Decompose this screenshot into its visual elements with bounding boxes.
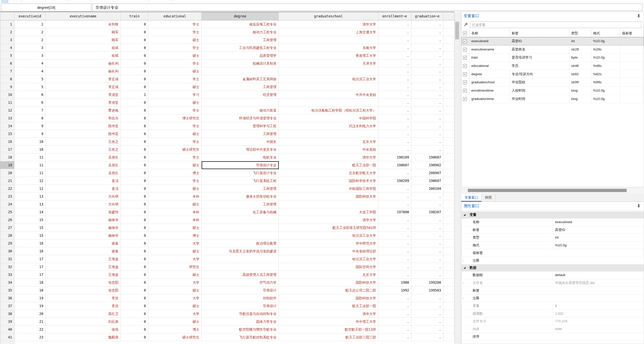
cell[interactable]: 学士 xyxy=(148,28,202,36)
cell[interactable]: 7 xyxy=(14,107,46,114)
cell[interactable]: 王海波 xyxy=(46,255,121,263)
cell[interactable]: . xyxy=(378,232,411,240)
cell[interactable]: . xyxy=(378,240,411,247)
cell[interactable]: . xyxy=(411,138,443,146)
cell[interactable]: 硕士 xyxy=(148,224,202,232)
cell[interactable]: 中国科学院 xyxy=(279,114,378,122)
cell[interactable]: 22 xyxy=(14,326,46,333)
column-header-enrollment~e[interactable]: enrollment~e xyxy=(378,12,411,20)
sidebar-tab-1[interactable]: 变量窗口 xyxy=(461,194,482,202)
cell[interactable]: . xyxy=(411,247,443,255)
property-row[interactable]: 文件大小770.22K xyxy=(462,317,644,325)
cell[interactable]: 198607 xyxy=(411,177,443,185)
variable-row-enrollmenttime[interactable]: ✓enrollmenttime入校时间long%10.0g xyxy=(462,87,644,95)
cell[interactable]: 0 xyxy=(121,302,148,310)
column-header-graduation~e[interactable]: graduation~e xyxy=(411,12,443,20)
row-number[interactable]: 20 xyxy=(0,169,14,177)
cell[interactable]: 0 xyxy=(121,247,148,255)
cell[interactable]: 3 xyxy=(14,52,46,60)
cell[interactable]: . xyxy=(411,114,443,122)
cell[interactable]: 大学 xyxy=(148,294,202,302)
row-number[interactable]: 22 xyxy=(0,185,14,193)
cell[interactable]: . xyxy=(411,52,443,60)
select-all-checkbox[interactable]: ✓ xyxy=(463,32,467,35)
cell[interactable]: 航天工业部一院 xyxy=(279,302,378,310)
cell[interactable]: 李定成 xyxy=(46,83,121,91)
row-number[interactable]: 32 xyxy=(0,263,14,271)
cell[interactable]: . xyxy=(378,52,411,60)
variables-header-3[interactable]: 类型 xyxy=(569,30,591,37)
cell[interactable]: 0 xyxy=(121,200,148,208)
cell[interactable]: . xyxy=(378,193,411,200)
cell[interactable]: 0 xyxy=(121,333,148,341)
property-value[interactable]: 8 xyxy=(553,302,644,310)
cell[interactable] xyxy=(202,232,279,240)
cell[interactable]: . xyxy=(378,271,411,279)
cell[interactable]: 0 xyxy=(121,286,148,294)
cell[interactable]: 经济管理 xyxy=(202,91,279,99)
variable-checkbox[interactable]: ✓ xyxy=(463,64,467,68)
cell[interactable]: . xyxy=(378,67,411,75)
property-row[interactable]: 标签高管ID xyxy=(462,226,644,234)
cell[interactable] xyxy=(279,130,378,138)
cell[interactable]: . xyxy=(411,216,443,224)
cell[interactable]: 198607 xyxy=(411,153,443,161)
cell[interactable]: 陈书堂 xyxy=(46,122,121,130)
cell[interactable]: 航天工业部第五研究院502所 xyxy=(279,224,378,232)
cell[interactable]: 硕士 xyxy=(148,318,202,326)
cell[interactable]: 品质管理学 xyxy=(202,52,279,60)
cell[interactable]: 硕士 xyxy=(148,99,202,107)
row-number[interactable]: 33 xyxy=(0,271,14,279)
variables-header-5[interactable]: 值标签 xyxy=(620,30,644,37)
cell[interactable]: 高级管理人员工商管理 xyxy=(202,271,279,279)
cell[interactable]: 王杰之 xyxy=(46,138,121,146)
cell[interactable]: 博士研究生 xyxy=(148,114,202,122)
property-row[interactable]: 内存64M xyxy=(462,325,644,333)
cell[interactable]: 9 xyxy=(14,130,46,138)
cell[interactable]: 机械设计及制造 xyxy=(202,60,279,67)
cell[interactable]: . xyxy=(378,263,411,271)
row-number[interactable]: 21 xyxy=(0,177,14,185)
cell[interactable]: . xyxy=(378,318,411,326)
panel-splitter[interactable] xyxy=(459,12,461,344)
cell[interactable]: 曹述栋 xyxy=(46,107,121,114)
cell[interactable] xyxy=(202,224,279,232)
row-number[interactable]: 2 xyxy=(0,28,14,36)
cell[interactable]: 本科 xyxy=(148,193,202,200)
cell[interactable]: 核动力工程专业 xyxy=(202,28,279,36)
cell[interactable]: . xyxy=(411,36,443,44)
cell[interactable]: 0 xyxy=(121,271,148,279)
cell[interactable]: 硕士 xyxy=(148,130,202,138)
cell[interactable]: 工商管理 xyxy=(202,185,279,193)
cell[interactable]: 化工设备与机械 xyxy=(202,208,279,216)
cell[interactable]: 博士 xyxy=(148,169,202,177)
cell[interactable]: 1 xyxy=(14,20,46,28)
column-header-executivename[interactable]: executivename xyxy=(46,12,121,20)
pin-icon[interactable] xyxy=(637,204,641,208)
cell[interactable]: 10 xyxy=(14,146,46,153)
cell[interactable]: 清华大学 xyxy=(279,20,378,28)
cell[interactable]: 北京大学 xyxy=(279,271,378,279)
cell[interactable]: . xyxy=(411,75,443,83)
cell[interactable]: 20 xyxy=(14,310,46,318)
cell[interactable]: 2 xyxy=(14,28,46,36)
cell[interactable]: 杨保华 xyxy=(46,216,121,224)
row-number[interactable]: 34 xyxy=(0,279,14,286)
cell[interactable]: 23 xyxy=(14,333,46,341)
cell[interactable]: 0 xyxy=(121,138,148,146)
cell[interactable]: . xyxy=(411,333,443,341)
cell[interactable]: 0 xyxy=(121,240,148,247)
cell[interactable]: 0 xyxy=(121,255,148,263)
cell[interactable]: 大学 xyxy=(148,255,202,263)
cell[interactable]: 研究生 xyxy=(148,263,202,271)
cell[interactable]: 方向明 xyxy=(46,200,121,208)
cell[interactable]: 200907 xyxy=(411,169,443,177)
cell[interactable]: 飞行器设计专业 xyxy=(202,169,279,177)
properties-section-header[interactable]: 变量 xyxy=(462,211,644,218)
row-number[interactable]: 23 xyxy=(0,193,14,200)
cell[interactable]: 19 xyxy=(14,302,46,310)
cell[interactable]: 航天总公司二院二部 xyxy=(279,286,378,294)
property-row[interactable]: 名称executiveid xyxy=(462,218,644,226)
cell[interactable]: . xyxy=(411,20,443,28)
cell[interactable]: 博士 xyxy=(148,326,202,333)
